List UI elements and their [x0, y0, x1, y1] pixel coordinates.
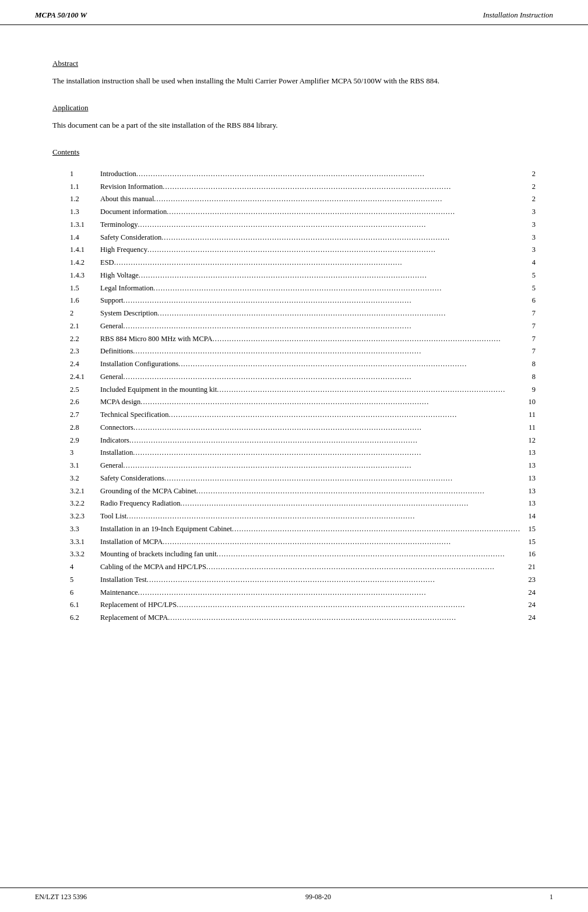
- toc-number: 1.3: [70, 206, 100, 219]
- toc-row: 3Installation...........................…: [70, 447, 536, 459]
- toc-leader-dots: ........................................…: [213, 334, 525, 345]
- toc-title-text: System Description: [100, 308, 157, 319]
- toc-page-number: 4: [525, 257, 536, 268]
- toc-number: 1.2: [70, 193, 100, 206]
- toc-page-number: 13: [525, 460, 536, 471]
- toc-leader-dots: ........................................…: [133, 346, 525, 357]
- toc-leader-dots: ........................................…: [153, 283, 525, 294]
- toc-title-text: Maintenance: [100, 587, 138, 598]
- toc-title-cell: Definitions.............................…: [100, 345, 536, 358]
- toc-title-cell: MCPA design.............................…: [100, 396, 536, 409]
- toc-number: 5: [70, 573, 100, 586]
- toc-leader-dots: ........................................…: [133, 422, 525, 433]
- toc-row: 1.5Legal Information....................…: [70, 282, 536, 294]
- toc-title-cell: ESD.....................................…: [100, 257, 536, 269]
- toc-page-number: 21: [525, 562, 536, 573]
- toc-leader-dots: ........................................…: [124, 321, 525, 332]
- toc-title-text: RBS 884 Micro 800 MHz with MCPA: [100, 334, 213, 345]
- toc-page-number: 7: [525, 321, 536, 332]
- toc-page-number: 12: [525, 435, 536, 446]
- toc-title-text: Connectors: [100, 422, 133, 433]
- toc-title-text: Legal Information: [100, 283, 153, 294]
- toc-leader-dots: ........................................…: [167, 206, 525, 218]
- toc-title-text: ESD: [100, 257, 114, 268]
- toc-page-number: 3: [525, 244, 536, 255]
- toc-number: 2.7: [70, 409, 100, 422]
- toc-title-text: Revision Information: [100, 181, 163, 192]
- toc-leader-dots: ........................................…: [147, 244, 525, 255]
- toc-number: 1.4.2: [70, 257, 100, 269]
- toc-title-cell: Document information....................…: [100, 206, 536, 219]
- toc-page-number: 8: [525, 371, 536, 383]
- toc-leader-dots: ........................................…: [168, 409, 525, 420]
- header-right: Installation Instruction: [483, 10, 553, 20]
- toc-page-number: 24: [525, 587, 536, 598]
- toc-number: 2.3: [70, 345, 100, 358]
- toc-page-number: 6: [525, 295, 536, 306]
- toc-leader-dots: ........................................…: [177, 599, 525, 611]
- toc-title-cell: Legal Information.......................…: [100, 282, 536, 294]
- toc-title-cell: Included Equipment in the mounting kit..…: [100, 383, 536, 396]
- toc-number: 3: [70, 447, 100, 459]
- toc-row: 4Cabling of the MCPA and HPC/LPS........…: [70, 561, 536, 574]
- toc-leader-dots: ........................................…: [196, 486, 525, 497]
- toc-title-cell: Revision Information....................…: [100, 180, 536, 193]
- toc-page-number: 5: [525, 283, 536, 294]
- toc-row: 1.4.1High Frequency.....................…: [70, 244, 536, 257]
- toc-page-number: 15: [525, 524, 536, 535]
- toc-title-cell: General.................................…: [100, 320, 536, 332]
- toc-leader-dots: ........................................…: [157, 308, 525, 319]
- toc-page-number: 7: [525, 334, 536, 345]
- page-header: MCPA 50/100 W Installation Instruction: [0, 0, 588, 25]
- toc-row: 1.4.3High Voltage.......................…: [70, 269, 536, 282]
- toc-page-number: 13: [525, 473, 536, 484]
- toc-leader-dots: ........................................…: [163, 181, 525, 192]
- toc-leader-dots: ........................................…: [164, 473, 525, 484]
- toc-title-cell: High Frequency..........................…: [100, 244, 536, 257]
- toc-title-text: Definitions: [100, 346, 133, 357]
- toc-title-text: About this manual: [100, 194, 154, 205]
- toc-leader-dots: ........................................…: [140, 397, 525, 408]
- toc-row: 2System Description.....................…: [70, 307, 536, 320]
- header-left: MCPA 50/100 W: [35, 10, 87, 20]
- toc-leader-dots: ........................................…: [129, 435, 525, 446]
- toc-page-number: 3: [525, 206, 536, 218]
- toc-title-text: General: [100, 460, 124, 471]
- toc-number: 6: [70, 586, 100, 599]
- toc-title-text: Safety Considerations: [100, 473, 164, 484]
- toc-page-number: 13: [525, 486, 536, 497]
- toc-title-cell: About this manual.......................…: [100, 193, 536, 206]
- toc-leader-dots: ........................................…: [136, 169, 525, 180]
- toc-title-cell: Replacement of HPC/LPS..................…: [100, 599, 536, 612]
- toc-number: 1.5: [70, 282, 100, 294]
- toc-title-cell: Support.................................…: [100, 294, 536, 307]
- toc-row: 3.3Installation in an 19-Inch Equipment …: [70, 522, 536, 535]
- toc-title-text: Terminology: [100, 219, 138, 230]
- toc-page-number: 8: [525, 359, 536, 370]
- toc-title-text: Included Equipment in the mounting kit: [100, 384, 217, 395]
- toc-leader-dots: ........................................…: [124, 295, 525, 306]
- toc-leader-dots: ........................................…: [147, 574, 525, 585]
- toc-title-text: General: [100, 321, 124, 332]
- toc-page-number: 9: [525, 384, 536, 395]
- toc-title-text: Cabling of the MCPA and HPC/LPS: [100, 562, 206, 573]
- toc-title-text: Radio Frequency Radiation: [100, 498, 180, 509]
- toc-title-text: Installation in an 19-Inch Equipment Cab…: [100, 524, 232, 535]
- toc-leader-dots: ........................................…: [206, 562, 525, 573]
- toc-title-cell: Indicators..............................…: [100, 434, 536, 447]
- toc-row: 3.3.2Mounting of brackets including fan …: [70, 548, 536, 561]
- toc-row: 1.4Safety Consideration.................…: [70, 231, 536, 244]
- toc-row: 2.3Definitions..........................…: [70, 345, 536, 358]
- toc-leader-dots: ........................................…: [126, 511, 525, 522]
- toc-title-text: Installation: [100, 447, 133, 458]
- footer-left: EN/LZT 123 5396: [35, 893, 87, 902]
- page-footer: EN/LZT 123 5396 99-08-20 1: [0, 888, 588, 902]
- toc-page-number: 11: [525, 422, 536, 433]
- toc-title-text: Indicators: [100, 435, 129, 446]
- toc-title-text: Mounting of brackets including fan unit: [100, 549, 217, 560]
- toc-number: 2.4.1: [70, 370, 100, 383]
- toc-row: 3.2.2Radio Frequency Radiation..........…: [70, 497, 536, 510]
- toc-number: 3.3: [70, 522, 100, 535]
- toc-title-cell: RBS 884 Micro 800 MHz with MCPA.........…: [100, 332, 536, 345]
- toc-row: 3.3.1Installation of MCPA...............…: [70, 535, 536, 548]
